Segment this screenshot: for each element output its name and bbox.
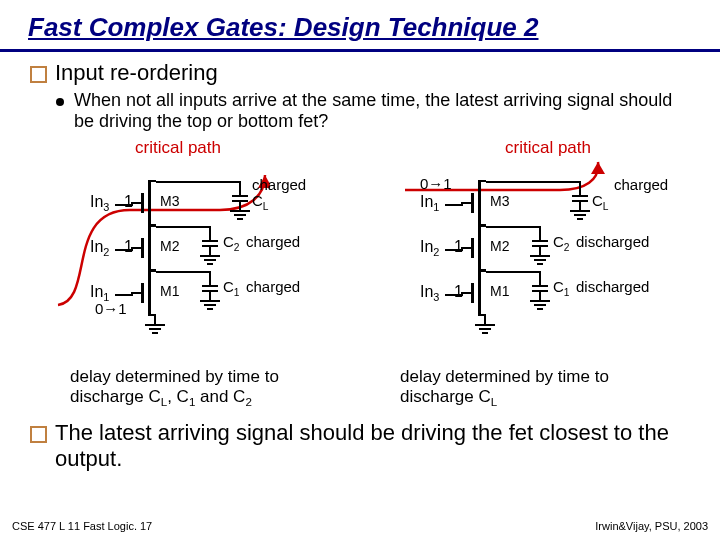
square-bullet-icon (30, 426, 47, 443)
m1-label: M1 (160, 283, 179, 299)
gnd-icon (570, 210, 590, 222)
cap-c2-icon (532, 235, 548, 257)
right-caption: delay determined by time to discharge CL (400, 367, 609, 408)
left-caption: delay determined by time to discharge CL… (70, 367, 279, 408)
cap-c1-icon (202, 280, 218, 302)
in3-label: In3 (420, 283, 439, 303)
footer-left: CSE 477 L 11 Fast Logic. 17 (12, 520, 152, 532)
m1-label: M1 (490, 283, 509, 299)
c2-state: charged (246, 233, 300, 250)
cap-c1-icon (532, 280, 548, 302)
left-diagram: critical path In3 1 M3 CL charged In2 1 … (40, 138, 350, 408)
right-diagram: critical path 0→1 In1 M3 CL charged In2 … (370, 138, 680, 408)
gnd-icon (200, 300, 220, 312)
c1-state: charged (246, 278, 300, 295)
bullet-level-2: When not all inputs arrive at the same t… (56, 90, 690, 132)
slide-title: Fast Complex Gates: Design Technique 2 (0, 0, 720, 52)
in1-label: In1 (420, 193, 439, 213)
c1-label: C1 (223, 278, 240, 298)
cl-state: charged (252, 176, 306, 193)
footer-right: Irwin&Vijay, PSU, 2003 (595, 520, 708, 532)
gnd-icon (145, 324, 165, 336)
cl-state: charged (614, 176, 668, 193)
in2-label: In2 (420, 238, 439, 258)
in1-value: 0→1 (420, 175, 452, 192)
c2-state: discharged (576, 233, 649, 250)
gnd-icon (475, 324, 495, 336)
cap-cl-icon (232, 190, 248, 212)
content-area: Input re-ordering When not all inputs ar… (0, 52, 720, 472)
gnd-icon (530, 255, 550, 267)
cl-label: CL (592, 192, 609, 212)
m2-label: M2 (160, 238, 179, 254)
m3-label: M3 (490, 193, 509, 209)
conclusion-bullet: The latest arriving signal should be dri… (30, 420, 690, 472)
in1-value: 0→1 (95, 300, 127, 317)
c1-label: C1 (553, 278, 570, 298)
in2-label: In2 (90, 238, 109, 258)
gnd-icon (530, 300, 550, 312)
cl-label: CL (252, 192, 269, 212)
gnd-icon (200, 255, 220, 267)
c2-label: C2 (223, 233, 240, 253)
diagram-row: critical path In3 1 M3 CL charged In2 1 … (30, 138, 690, 408)
m2-label: M2 (490, 238, 509, 254)
gnd-icon (230, 210, 250, 222)
dot-bullet-icon (56, 98, 64, 106)
c1-state: discharged (576, 278, 649, 295)
bullet2-text: When not all inputs arrive at the same t… (74, 90, 690, 132)
bullet1-text: Input re-ordering (55, 60, 218, 86)
in3-label: In3 (90, 193, 109, 213)
m3-label: M3 (160, 193, 179, 209)
svg-marker-1 (591, 162, 605, 174)
cap-cl-icon (572, 190, 588, 212)
conclusion-text: The latest arriving signal should be dri… (55, 420, 690, 472)
c2-label: C2 (553, 233, 570, 253)
cap-c2-icon (202, 235, 218, 257)
bullet-level-1: Input re-ordering (30, 60, 690, 86)
square-bullet-icon (30, 66, 47, 83)
